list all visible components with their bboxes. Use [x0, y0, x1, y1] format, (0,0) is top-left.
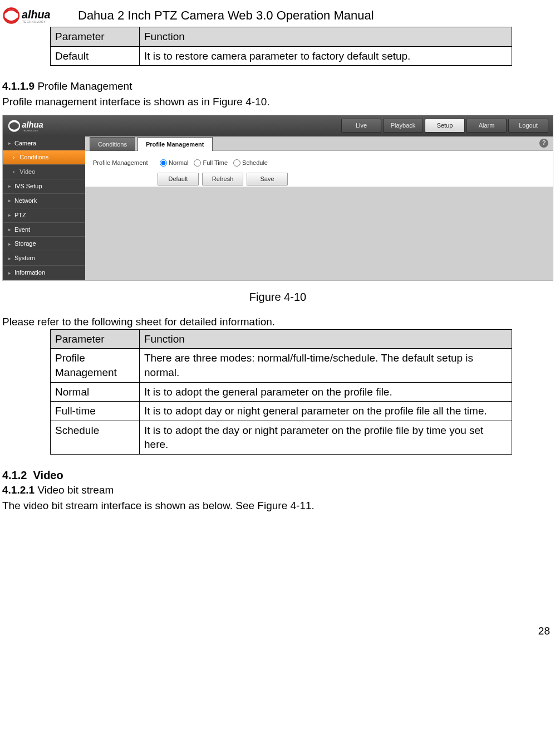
- sidebar-item-storage[interactable]: Storage: [3, 237, 85, 251]
- refresh-button[interactable]: Refresh: [202, 173, 243, 186]
- th-parameter: Parameter: [51, 27, 140, 47]
- td-func: It is to restore camera parameter to fac…: [140, 46, 512, 66]
- sidebar-item-camera[interactable]: Camera: [3, 136, 85, 151]
- th-parameter: Parameter: [51, 329, 140, 349]
- button-row: Default Refresh Save: [158, 173, 545, 186]
- section-412: 4.1.2 Video 4.1.2.1 Video bit stream The…: [2, 468, 553, 512]
- section-4119-heading: 4.1.1.9 Profile Management: [2, 79, 553, 94]
- help-icon[interactable]: ?: [539, 139, 548, 148]
- tab-logout[interactable]: Logout: [508, 119, 548, 133]
- form-row-profile: Profile Management Normal Full Time Sche…: [93, 159, 545, 167]
- app-topbar: alhua TECHNOLOGY Live Playback Setup Ala…: [3, 115, 553, 136]
- radio-fulltime[interactable]: Full Time: [194, 159, 228, 167]
- doc-title: Dahua 2 Inch PTZ Camera Web 3.0 Operatio…: [78, 7, 374, 24]
- td-func: It is to adopt day or night general para…: [140, 402, 512, 421]
- td-func: There are three modes: normal/full-time/…: [140, 349, 512, 382]
- td-func: It is to adopt the general parameter on …: [140, 382, 512, 402]
- before-table-text: Please refer to the following sheet for …: [2, 315, 553, 329]
- page-header: alhua TECHNOLOGY Dahua 2 Inch PTZ Camera…: [2, 6, 553, 26]
- td-param: Normal: [51, 382, 140, 402]
- sidebar-item-network[interactable]: Network: [3, 194, 85, 208]
- subtabs: Conditions Profile Management: [85, 136, 553, 152]
- table-row: Profile Management There are three modes…: [51, 349, 512, 382]
- section-number: 4.1.1.9: [2, 80, 35, 92]
- td-param: Default: [51, 46, 140, 66]
- radio-fulltime-input[interactable]: [194, 159, 201, 167]
- svg-text:TECHNOLOGY: TECHNOLOGY: [22, 20, 46, 23]
- tab-setup[interactable]: Setup: [425, 119, 465, 133]
- main-panel: ? Conditions Profile Management Profile …: [85, 136, 553, 280]
- subtab-profile-management[interactable]: Profile Management: [137, 137, 213, 152]
- th-function: Function: [140, 329, 512, 349]
- tab-playback[interactable]: Playback: [383, 119, 423, 133]
- radio-schedule[interactable]: Schedule: [233, 159, 268, 167]
- figure-4-10-screenshot: alhua TECHNOLOGY Live Playback Setup Ala…: [2, 115, 553, 281]
- td-param: Full-time: [51, 402, 140, 421]
- section-title: Video: [33, 469, 63, 481]
- dahua-logo: alhua TECHNOLOGY: [2, 6, 73, 26]
- td-param: Schedule: [51, 421, 140, 454]
- th-function: Function: [140, 27, 512, 47]
- radio-schedule-input[interactable]: [233, 159, 240, 167]
- td-func: It is to adopt the day or night paramete…: [140, 421, 512, 454]
- table-row: Normal It is to adopt the general parame…: [51, 382, 512, 402]
- table-row: Full-time It is to adopt day or night ge…: [51, 402, 512, 421]
- radio-normal[interactable]: Normal: [160, 159, 188, 167]
- section-title: Profile Management: [37, 80, 132, 92]
- form-label-profile: Profile Management: [93, 159, 154, 167]
- profile-form: Profile Management Normal Full Time Sche…: [85, 151, 553, 187]
- sidebar-item-information[interactable]: Information: [3, 266, 85, 280]
- table-row: Schedule It is to adopt the day or night…: [51, 421, 512, 454]
- subtab-conditions[interactable]: Conditions: [90, 137, 135, 152]
- svg-text:TECHNOLOGY: TECHNOLOGY: [22, 129, 38, 131]
- section-412-heading: 4.1.2 Video: [2, 468, 553, 483]
- table-header-row: Parameter Function: [51, 329, 512, 349]
- topnav-tabs: Live Playback Setup Alarm Logout: [341, 119, 548, 133]
- figure-caption-4-10: Figure 4-10: [2, 290, 553, 305]
- radio-normal-input[interactable]: [160, 159, 167, 167]
- sidebar-item-system[interactable]: System: [3, 251, 85, 266]
- section-title: Video bit stream: [37, 484, 114, 496]
- section-4121-intro: The video bit stream interface is shown …: [2, 499, 553, 513]
- svg-text:alhua: alhua: [22, 8, 51, 21]
- parameter-table-2: Parameter Function Profile Management Th…: [50, 329, 512, 455]
- td-param: Profile Management: [51, 349, 140, 382]
- section-number: 4.1.2: [2, 469, 27, 481]
- page-number: 28: [2, 624, 553, 638]
- form-lower-area: [85, 187, 553, 270]
- section-4121-heading: 4.1.2.1 Video bit stream: [2, 483, 553, 497]
- section-4119-intro: Profile management interface is shown as…: [2, 95, 553, 109]
- default-button[interactable]: Default: [158, 173, 199, 186]
- table-row: Default It is to restore camera paramete…: [51, 46, 512, 66]
- tab-alarm[interactable]: Alarm: [466, 119, 507, 133]
- app-body: Camera Conditions Video IVS Setup Networ…: [3, 136, 553, 280]
- svg-text:alhua: alhua: [22, 120, 43, 129]
- sidebar-item-video[interactable]: Video: [3, 165, 85, 179]
- sidebar-item-conditions[interactable]: Conditions: [3, 150, 85, 165]
- tab-live[interactable]: Live: [341, 119, 381, 133]
- sidebar-item-event[interactable]: Event: [3, 223, 85, 237]
- section-number: 4.1.2.1: [2, 484, 35, 496]
- sidebar-item-ptz[interactable]: PTZ: [3, 208, 85, 223]
- parameter-table-1: Parameter Function Default It is to rest…: [50, 27, 512, 66]
- sidebar-item-ivs[interactable]: IVS Setup: [3, 179, 85, 194]
- dahua-logo-small: alhua TECHNOLOGY: [6, 119, 62, 133]
- sidebar: Camera Conditions Video IVS Setup Networ…: [3, 136, 85, 280]
- save-button[interactable]: Save: [247, 173, 288, 186]
- table-header-row: Parameter Function: [51, 27, 512, 47]
